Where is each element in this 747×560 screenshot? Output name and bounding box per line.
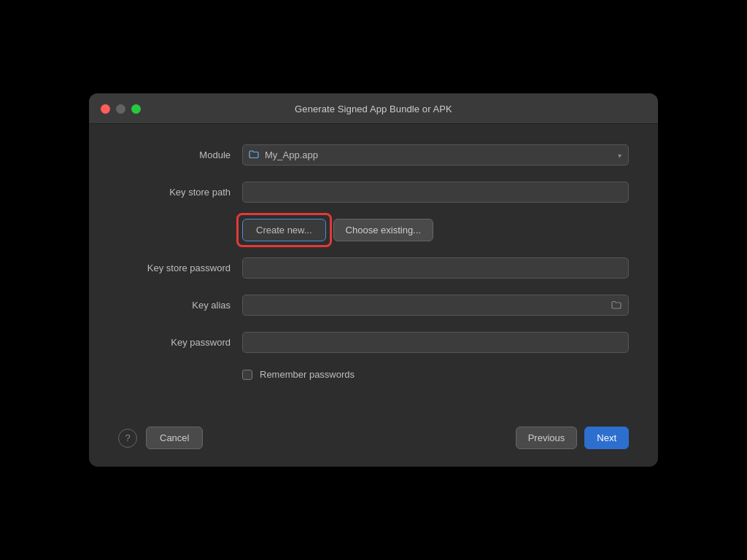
choose-existing-button[interactable]: Choose existing... bbox=[333, 219, 433, 241]
dialog: Generate Signed App Bundle or APK Module… bbox=[89, 93, 658, 467]
key-password-input[interactable] bbox=[242, 332, 629, 353]
cancel-button[interactable]: Cancel bbox=[146, 427, 203, 449]
maximize-button[interactable] bbox=[131, 104, 141, 114]
module-select[interactable]: My_App.app bbox=[242, 144, 629, 166]
titlebar: Generate Signed App Bundle or APK bbox=[89, 93, 658, 124]
key-password-label: Key password bbox=[118, 337, 242, 348]
module-select-wrapper: My_App.app ▾ bbox=[242, 144, 629, 166]
keystore-password-row: Key store password bbox=[118, 257, 629, 279]
key-alias-wrapper bbox=[242, 295, 629, 316]
minimize-button[interactable] bbox=[116, 104, 125, 114]
module-label: Module bbox=[118, 149, 242, 160]
create-new-button[interactable]: Create new... bbox=[242, 219, 326, 241]
remember-passwords-checkbox[interactable] bbox=[242, 370, 252, 380]
next-button[interactable]: Next bbox=[584, 427, 629, 449]
keystore-button-group: Create new... Choose existing... bbox=[242, 219, 629, 241]
traffic-lights bbox=[101, 104, 141, 114]
close-button[interactable] bbox=[101, 104, 110, 114]
keystore-path-row: Key store path bbox=[118, 182, 629, 203]
footer-left: ? Cancel bbox=[118, 427, 203, 449]
previous-button[interactable]: Previous bbox=[516, 427, 578, 449]
key-alias-label: Key alias bbox=[118, 300, 242, 311]
key-alias-input[interactable] bbox=[242, 295, 629, 316]
help-button[interactable]: ? bbox=[118, 429, 137, 448]
remember-passwords-label: Remember passwords bbox=[260, 369, 355, 380]
module-row: Module My_App.app ▾ bbox=[118, 144, 629, 166]
dialog-title: Generate Signed App Bundle or APK bbox=[295, 104, 452, 114]
keystore-password-input[interactable] bbox=[242, 257, 629, 279]
dialog-body: Module My_App.app ▾ Key store path bbox=[89, 124, 658, 418]
keystore-path-label: Key store path bbox=[118, 187, 242, 198]
key-password-row: Key password bbox=[118, 332, 629, 353]
create-new-wrapper: Create new... bbox=[242, 219, 326, 241]
remember-passwords-row: Remember passwords bbox=[242, 369, 629, 380]
keystore-password-label: Key store password bbox=[118, 262, 242, 273]
keystore-path-input[interactable] bbox=[242, 182, 629, 203]
footer-right: Previous Next bbox=[516, 427, 629, 449]
footer: ? Cancel Previous Next bbox=[89, 418, 658, 467]
key-alias-row: Key alias bbox=[118, 295, 629, 316]
